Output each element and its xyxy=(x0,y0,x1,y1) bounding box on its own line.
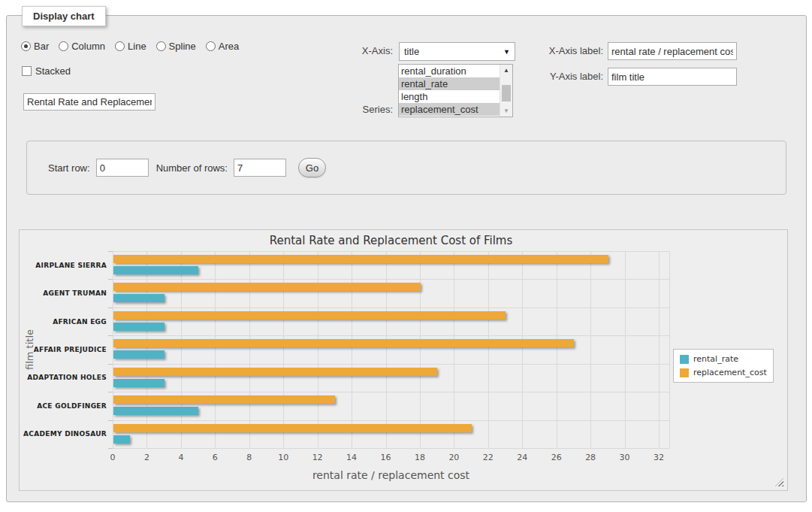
listbox-scrollbar[interactable]: ▲ ▼ xyxy=(500,65,512,117)
chart-type-radio-spline[interactable]: Spline xyxy=(156,41,196,52)
start-row-input[interactable] xyxy=(96,159,149,177)
radio-label: Line xyxy=(128,41,146,52)
radio-label: Spline xyxy=(169,41,196,52)
series-option-length[interactable]: length xyxy=(399,90,500,103)
go-button[interactable]: Go xyxy=(298,158,326,177)
num-rows-label: Number of rows: xyxy=(156,162,228,174)
y-tick-mark xyxy=(108,335,113,336)
gridline-x xyxy=(454,251,454,448)
chart-legend: rental_ratereplacement_cost xyxy=(673,349,774,383)
bar-rental-rate-academy-dinosaur xyxy=(113,435,130,444)
x-tick-label: 10 xyxy=(268,453,298,462)
category-label-airplane-sierra: AIRPLANE SIERRA xyxy=(30,251,107,279)
bar-rental-rate-airplane-sierra xyxy=(113,266,198,274)
rows-panel: Start row: Number of rows: Go xyxy=(26,141,786,195)
bar-replacement-cost-african-egg xyxy=(113,311,506,320)
gridline-y xyxy=(113,392,669,392)
plot-right-border xyxy=(669,251,670,448)
gridline-x xyxy=(625,251,626,448)
legend-label: replacement_cost xyxy=(693,368,767,377)
scroll-down-icon[interactable]: ▼ xyxy=(500,105,512,117)
series-option-rental-duration[interactable]: rental_duration xyxy=(399,65,500,77)
radio-icon xyxy=(206,41,216,51)
y-tick-mark xyxy=(108,420,113,421)
series-option-rental-rate[interactable]: rental_rate xyxy=(399,77,500,90)
gridline-x xyxy=(488,251,489,448)
bar-rental-rate-adaptation-holes xyxy=(113,379,165,387)
legend-item-rental-rate[interactable]: rental_rate xyxy=(680,354,767,364)
category-label-adaptation-holes: ADAPTATION HOLES xyxy=(30,364,107,392)
gridline-y xyxy=(113,364,669,365)
gridline-x xyxy=(318,251,318,448)
chart-resize-handle[interactable] xyxy=(775,478,783,486)
gridline-x xyxy=(522,251,523,448)
gridline-x xyxy=(420,251,421,448)
series-option-replacement-cost[interactable]: replacement_cost xyxy=(399,103,500,116)
chart-type-radio-column[interactable]: Column xyxy=(59,41,105,52)
chart-type-radio-line[interactable]: Line xyxy=(115,41,146,52)
radio-label: Area xyxy=(219,41,239,52)
x-tick-label: 4 xyxy=(166,453,196,462)
scrollbar-thumb[interactable] xyxy=(502,85,511,101)
scroll-up-icon[interactable]: ▲ xyxy=(500,65,512,76)
gridline-x xyxy=(386,251,387,448)
stacked-label: Stacked xyxy=(35,65,71,77)
gridline-y xyxy=(113,308,669,308)
legend-swatch-rental-rate xyxy=(680,355,689,364)
gridline-y xyxy=(113,335,669,336)
radio-label: Bar xyxy=(34,41,49,52)
gridline-x xyxy=(590,251,591,448)
category-label-african-egg: AFRICAN EGG xyxy=(30,308,107,335)
chart-title: Rental Rate and Replacement Cost of Film… xyxy=(113,234,669,247)
category-label-affair-prejudice: AFFAIR PREJUDICE xyxy=(30,335,107,363)
x-tick-label: 24 xyxy=(507,453,537,462)
y-axis-label-input[interactable] xyxy=(608,68,737,86)
fieldset-legend: Display chart xyxy=(22,6,106,26)
gridline-x xyxy=(557,251,557,448)
category-labels: AIRPLANE SIERRAAGENT TRUMANAFRICAN EGGAF… xyxy=(30,251,110,448)
bar-rental-rate-african-egg xyxy=(113,323,165,331)
stacked-checkbox[interactable] xyxy=(22,66,32,76)
bar-rental-rate-affair-prejudice xyxy=(113,350,165,359)
bar-replacement-cost-airplane-sierra xyxy=(113,255,608,263)
x-axis-select-label: X-Axis: xyxy=(330,45,393,56)
bar-replacement-cost-agent-truman xyxy=(113,283,421,291)
x-tick-label: 30 xyxy=(610,453,640,462)
display-chart-fieldset: Display chart BarColumnLineSplineArea St… xyxy=(6,15,807,502)
chart-type-radio-area[interactable]: Area xyxy=(206,41,239,52)
x-tick-label: 14 xyxy=(337,453,367,462)
radio-icon xyxy=(115,41,125,51)
chart-type-radio-bar[interactable]: Bar xyxy=(21,41,49,52)
gridline-y xyxy=(113,448,669,449)
y-tick-mark xyxy=(108,308,113,308)
x-axis-label-input[interactable] xyxy=(608,42,737,60)
x-tick-label: 20 xyxy=(439,453,469,462)
bar-replacement-cost-adaptation-holes xyxy=(113,368,437,376)
stacked-checkbox-row[interactable]: Stacked xyxy=(22,65,71,77)
gridline-x xyxy=(249,251,250,448)
legend-label: rental_rate xyxy=(693,354,738,364)
chart-panel: Rental Rate and Replacement Cost of Film… xyxy=(19,229,788,491)
gridline-x xyxy=(659,251,660,448)
bar-replacement-cost-academy-dinosaur xyxy=(113,424,472,432)
series-options: rental_durationrental_ratelengthreplacem… xyxy=(399,65,500,116)
y-axis-label-label: Y-Axis label: xyxy=(525,71,603,82)
chevron-down-icon: ▼ xyxy=(503,48,510,56)
y-tick-mark xyxy=(108,392,113,392)
legend-swatch-replacement-cost xyxy=(680,368,689,377)
gridline-y xyxy=(113,279,669,280)
series-listbox[interactable]: rental_durationrental_ratelengthreplacem… xyxy=(398,64,513,117)
y-tick-mark xyxy=(108,279,113,280)
x-tick-label: 32 xyxy=(644,453,674,462)
x-tick-label: 22 xyxy=(473,453,503,462)
x-axis-select[interactable]: title ▼ xyxy=(399,42,515,61)
num-rows-input[interactable] xyxy=(234,159,286,177)
legend-item-replacement-cost[interactable]: replacement_cost xyxy=(680,368,767,377)
bar-rental-rate-ace-goldfinger xyxy=(113,407,198,415)
x-axis-title: rental rate / replacement cost xyxy=(113,469,669,481)
category-label-ace-goldfinger: ACE GOLDFINGER xyxy=(30,392,107,420)
x-tick-label: 0 xyxy=(98,453,128,462)
chart-title-input[interactable] xyxy=(23,93,155,111)
x-axis-label-label: X-Axis label: xyxy=(525,45,603,56)
bar-replacement-cost-ace-goldfinger xyxy=(113,395,335,404)
